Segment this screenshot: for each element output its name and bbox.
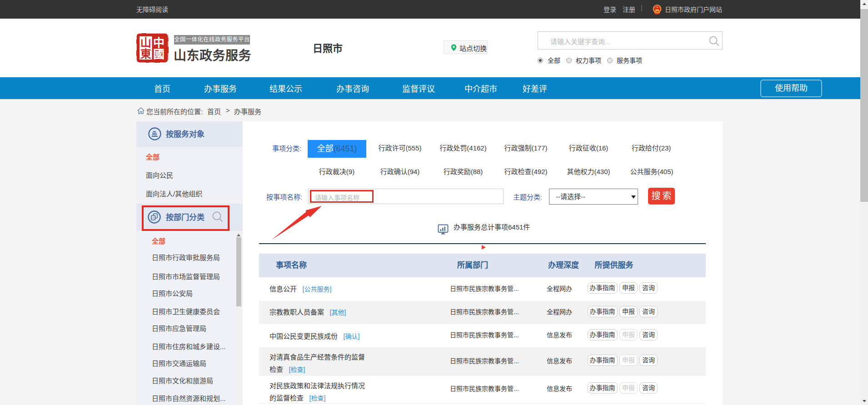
svg-text:東: 東 bbox=[140, 48, 151, 60]
svg-text:中: 中 bbox=[153, 37, 165, 49]
svg-text:山: 山 bbox=[140, 37, 151, 49]
svg-text:國: 國 bbox=[153, 48, 165, 60]
